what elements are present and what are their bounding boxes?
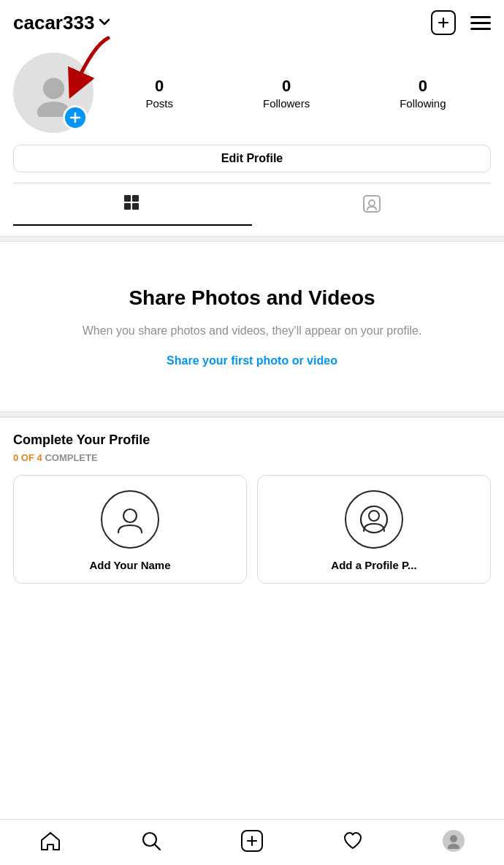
following-stat[interactable]: 0 Following — [400, 77, 446, 110]
followers-stat[interactable]: 0 Followers — [263, 77, 310, 110]
svg-point-20 — [448, 844, 459, 849]
svg-point-11 — [369, 200, 375, 206]
username-text: cacar333 — [13, 12, 94, 34]
svg-rect-6 — [124, 195, 131, 202]
add-profile-photo-card[interactable]: Add a Profile P... — [257, 475, 491, 584]
svg-point-19 — [450, 835, 457, 842]
nav-likes-button[interactable] — [335, 827, 371, 855]
profile-tabs — [13, 183, 491, 226]
new-post-button[interactable] — [431, 10, 456, 35]
header: cacar333 — [0, 0, 504, 45]
tagged-icon — [362, 194, 382, 214]
tagged-tab[interactable] — [252, 183, 491, 226]
stats-container: 0 Posts 0 Followers 0 Following — [101, 77, 491, 110]
empty-state-section: Share Photos and Videos When you share p… — [0, 242, 504, 411]
profile-section: 0 Posts 0 Followers 0 Following Edit Pro… — [0, 45, 504, 236]
svg-point-12 — [123, 509, 137, 522]
section-divider — [0, 236, 504, 242]
svg-point-2 — [42, 77, 64, 99]
profile-avatar-icon — [443, 830, 465, 852]
grid-icon — [123, 194, 143, 214]
complete-profile-progress: 0 OF 4 COMPLETE — [13, 452, 491, 463]
svg-rect-7 — [132, 195, 139, 202]
posts-label: Posts — [145, 97, 173, 110]
header-action-icons — [431, 10, 491, 35]
following-count: 0 — [419, 77, 427, 96]
svg-line-16 — [155, 845, 160, 850]
add-story-button[interactable] — [63, 105, 88, 130]
following-label: Following — [400, 97, 446, 110]
bottom-navigation — [0, 819, 504, 865]
add-name-label: Add Your Name — [89, 559, 170, 571]
chevron-down-icon — [99, 16, 110, 31]
avatar-container — [13, 53, 101, 133]
share-first-photo-link[interactable]: Share your first photo or video — [167, 354, 337, 367]
edit-profile-button[interactable]: Edit Profile — [13, 145, 491, 172]
complete-profile-title: Complete Your Profile — [13, 432, 491, 448]
person-icon — [114, 503, 146, 536]
menu-button[interactable] — [470, 16, 491, 30]
username-area[interactable]: cacar333 — [13, 12, 110, 34]
progress-complete-label: COMPLETE — [45, 452, 97, 463]
posts-stat[interactable]: 0 Posts — [145, 77, 173, 110]
grid-tab[interactable] — [13, 183, 252, 226]
empty-state-title: Share Photos and Videos — [22, 286, 482, 310]
hamburger-icon — [470, 16, 491, 30]
heart-icon — [342, 830, 364, 852]
progress-count: 0 OF 4 — [13, 452, 42, 463]
profile-stats-row: 0 Posts 0 Followers 0 Following — [13, 53, 491, 133]
nav-search-button[interactable] — [133, 827, 169, 855]
nav-home-button[interactable] — [32, 827, 69, 855]
create-icon — [241, 830, 263, 852]
followers-label: Followers — [263, 97, 310, 110]
nav-create-button[interactable] — [234, 827, 270, 855]
add-photo-icon-circle — [345, 490, 403, 549]
svg-point-14 — [369, 511, 379, 521]
section-divider-2 — [0, 411, 504, 417]
svg-rect-10 — [364, 196, 380, 212]
nav-profile-button[interactable] — [435, 827, 472, 855]
empty-state-description: When you share photos and videos, they'l… — [22, 322, 482, 340]
add-name-card[interactable]: Add Your Name — [13, 475, 247, 584]
plus-icon — [69, 111, 82, 124]
followers-count: 0 — [282, 77, 291, 96]
home-icon — [39, 830, 61, 852]
add-photo-label: Add a Profile P... — [331, 559, 416, 571]
svg-rect-9 — [132, 203, 139, 210]
profile-photo-icon — [358, 503, 390, 536]
svg-rect-8 — [124, 203, 131, 210]
profile-cards-row: Add Your Name Add a Profile P... — [13, 475, 491, 584]
plus-square-icon — [431, 10, 456, 35]
add-name-icon-circle — [101, 490, 159, 549]
posts-count: 0 — [155, 77, 164, 96]
complete-profile-section: Complete Your Profile 0 OF 4 COMPLETE Ad… — [0, 417, 504, 591]
search-icon — [140, 830, 162, 852]
